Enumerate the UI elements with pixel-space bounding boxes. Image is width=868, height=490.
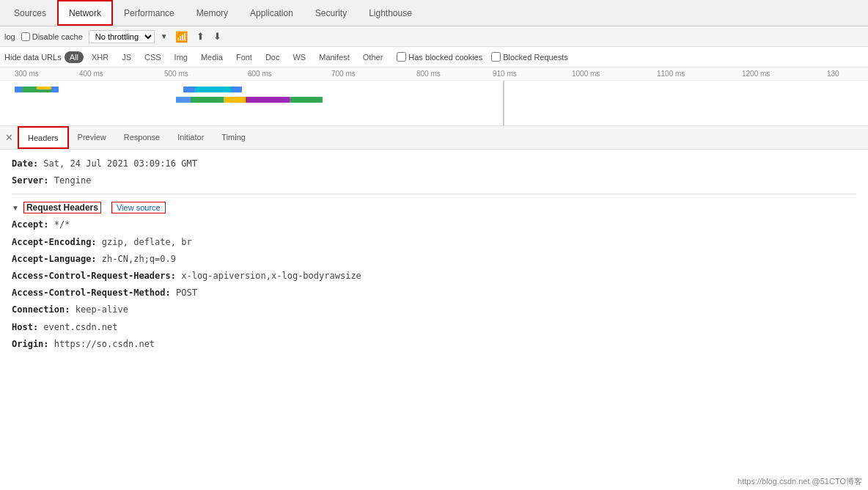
detail-close-button[interactable]: ✕	[3, 132, 15, 144]
section-divider	[12, 194, 856, 194]
blocked-requests-checkbox[interactable]	[491, 52, 501, 62]
request-detail-pane: ✕ Headers Preview Response Initiator Tim…	[0, 126, 868, 490]
filter-btn-font[interactable]: Font	[231, 51, 257, 63]
detail-tab-timing[interactable]: Timing	[213, 126, 254, 149]
tick-400: 400 ms	[79, 70, 103, 78]
waterfall-content	[0, 81, 868, 126]
tick-1100: 1100 ms	[657, 70, 685, 78]
header-accept-encoding: Accept-Encoding: gzip, deflate, br	[12, 234, 856, 251]
timeline-ruler: 300 ms 400 ms 500 ms 600 ms 700 ms 800 m…	[0, 67, 868, 81]
throttling-select[interactable]: No throttling	[89, 30, 155, 43]
header-host: Host: event.csdn.net	[12, 319, 856, 336]
filter-btn-all[interactable]: All	[65, 51, 84, 63]
view-source-button[interactable]: View source	[111, 202, 166, 213]
header-access-control-request-method: Access-Control-Request-Method: POST	[12, 285, 856, 301]
header-accept-language: Accept-Language: zh-CN,zh;q=0.9	[12, 251, 856, 268]
tab-network[interactable]: Network	[57, 0, 113, 26]
waterfall-bar-2b	[194, 87, 231, 92]
detail-tab-bar: ✕ Headers Preview Response Initiator Tim…	[0, 126, 868, 150]
waterfall-bar-1c	[37, 87, 51, 89]
tab-lighthouse[interactable]: Lighthouse	[358, 0, 423, 26]
header-origin: Origin: https://so.csdn.net	[12, 336, 856, 353]
footer-url: https://blog.csdn.net	[738, 477, 809, 486]
header-connection: Connection: keep-alive	[12, 301, 856, 318]
waterfall-bar-3c	[224, 97, 246, 103]
header-access-control-request-headers: Access-Control-Request-Headers: x-log-ap…	[12, 268, 856, 285]
request-headers-label: Request Headers	[23, 202, 101, 213]
filter-btn-manifest[interactable]: Manifest	[314, 51, 355, 63]
filter-row: Hide data URLs All XHR JS CSS Img Media …	[0, 47, 868, 67]
detail-tab-preview[interactable]: Preview	[69, 126, 115, 149]
detail-tab-headers[interactable]: Headers	[18, 126, 69, 149]
waterfall-bar-3d	[246, 97, 290, 103]
filter-btn-xhr[interactable]: XHR	[87, 51, 114, 63]
tab-application[interactable]: Application	[239, 0, 304, 26]
section-triangle: ▼	[12, 204, 19, 212]
tick-700: 700 ms	[331, 70, 356, 78]
filter-btn-media[interactable]: Media	[196, 51, 228, 63]
tab-memory[interactable]: Memory	[185, 0, 239, 26]
waterfall-bar-3e	[290, 97, 323, 103]
disable-cache-checkbox[interactable]	[21, 32, 30, 41]
footer-bar: https://blog.csdn.net @51CTO博客	[738, 476, 862, 487]
upload-icon[interactable]: ⬆	[195, 31, 206, 42]
tab-sources[interactable]: Sources	[3, 0, 57, 26]
filter-btn-js[interactable]: JS	[117, 51, 136, 63]
tick-500: 500 ms	[164, 70, 188, 78]
tick-1000: 1000 ms	[572, 70, 600, 78]
response-server-line: Server: Tengine	[12, 172, 856, 189]
tick-600: 600 ms	[248, 70, 272, 78]
filter-btn-img[interactable]: Img	[169, 51, 193, 63]
disable-cache-label[interactable]: Disable cache	[21, 32, 83, 41]
tick-300: 300 ms	[15, 70, 39, 78]
detail-tab-initiator[interactable]: Initiator	[169, 126, 213, 149]
filter-btn-doc[interactable]: Doc	[260, 51, 285, 63]
devtools-panel: Sources Network Performance Memory Appli…	[0, 0, 868, 490]
tick-800: 800 ms	[416, 70, 441, 78]
tick-130: 130	[827, 70, 839, 78]
filter-btn-ws[interactable]: WS	[287, 51, 311, 63]
detail-tab-response[interactable]: Response	[115, 126, 169, 149]
header-accept: Accept: */*	[12, 216, 856, 233]
has-blocked-cookies-checkbox[interactable]	[397, 52, 406, 62]
footer-suffix: @51CTO博客	[812, 477, 862, 486]
wifi-icon[interactable]: 📶	[174, 31, 189, 43]
waterfall-bar-3b	[191, 97, 227, 103]
filter-btn-css[interactable]: CSS	[139, 51, 166, 63]
tab-performance[interactable]: Performance	[113, 0, 185, 26]
blocked-requests-label[interactable]: Blocked Requests	[491, 52, 568, 62]
response-date-line: Date: Sat, 24 Jul 2021 03:09:16 GMT	[12, 156, 856, 172]
request-headers-title: ▼ Request Headers View source	[12, 199, 856, 216]
has-blocked-cookies-label[interactable]: Has blocked cookies	[397, 52, 482, 62]
throttle-dropdown-arrow[interactable]: ▼	[161, 32, 168, 40]
timeline-area: 300 ms 400 ms 500 ms 600 ms 700 ms 800 m…	[0, 67, 868, 126]
devtools-tab-bar: Sources Network Performance Memory Appli…	[0, 0, 868, 26]
tick-1200: 1200 ms	[742, 70, 770, 78]
tab-security[interactable]: Security	[304, 0, 358, 26]
filter-btn-other[interactable]: Other	[358, 51, 389, 63]
download-icon[interactable]: ⬇	[212, 31, 223, 42]
network-toolbar: log Disable cache No throttling ▼ 📶 ⬆ ⬇	[0, 26, 868, 47]
log-label: log	[4, 32, 15, 41]
hide-data-urls-label: Hide data URLs	[4, 53, 62, 62]
tick-900: 9​10 ms	[493, 70, 517, 78]
timeline-vline	[503, 81, 504, 126]
headers-content: Date: Sat, 24 Jul 2021 03:09:16 GMT Serv…	[0, 150, 868, 359]
